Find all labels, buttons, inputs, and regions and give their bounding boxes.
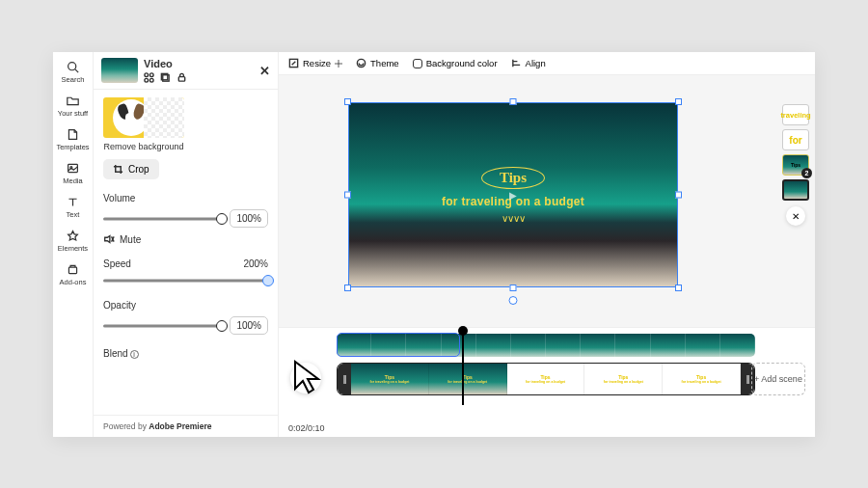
svg-rect-10 [178, 77, 184, 82]
rail-search[interactable]: Search [62, 60, 85, 84]
bgcolor-button[interactable]: Background color [413, 58, 498, 68]
selected-video-frame[interactable]: Tips ▶ for traveling on a budget ∨∨∨∨ [348, 102, 678, 287]
rail-addons[interactable]: Add-ons [60, 262, 87, 286]
main-area: Resize Theme Background color Align Tips… [279, 52, 815, 437]
rail-elements[interactable]: Elements [58, 229, 88, 253]
crop-button[interactable]: Crop [103, 159, 159, 179]
speed-label: Speed [103, 258, 131, 269]
folder-icon [67, 94, 80, 107]
playhead[interactable] [462, 330, 464, 405]
resize-handle-bl[interactable] [344, 285, 351, 291]
scene-thumbnails: traveling for Tips 2 ✕ [782, 104, 809, 226]
resize-icon [288, 58, 299, 68]
theme-button[interactable]: Theme [356, 58, 399, 68]
lock-icon[interactable] [176, 72, 187, 83]
canvas[interactable]: Tips ▶ for traveling on a budget ∨∨∨∨ tr… [279, 75, 815, 327]
crop-label: Crop [128, 164, 149, 175]
panel-header: Video ✕ [94, 52, 278, 89]
properties-panel: Video ✕ Remove background Crop Volume [94, 52, 279, 437]
add-scene-button[interactable]: + Add scene [751, 363, 805, 395]
rail-label: Media [63, 176, 82, 185]
resize-handle-tl[interactable] [344, 98, 351, 105]
rail-label: Templates [56, 143, 89, 151]
remove-bg-label: Remove background [103, 142, 184, 151]
rotate-handle[interactable] [509, 296, 518, 305]
speed-slider[interactable] [103, 275, 268, 286]
volume-slider[interactable] [103, 213, 222, 225]
elements-icon [66, 229, 79, 242]
app-window: Search Your stuff Templates Media Text E… [53, 52, 815, 437]
selection-outline [348, 102, 678, 287]
rail-your-stuff[interactable]: Your stuff [58, 94, 88, 118]
resize-handle-tm[interactable] [510, 98, 517, 105]
speed-value: 200% [243, 258, 268, 269]
rail-text[interactable]: Text [67, 195, 80, 219]
remove-bg-preview [103, 97, 184, 138]
media-icon [67, 161, 80, 175]
mute-toggle[interactable]: Mute [103, 233, 268, 245]
volume-value[interactable]: 100% [230, 209, 268, 228]
timeline: || Tipsfor traveling on a budget Tipsfor… [279, 327, 815, 437]
align-button[interactable]: Align [511, 58, 546, 68]
svg-point-6 [145, 78, 149, 82]
mute-label: Mute [120, 234, 141, 245]
play-icon [300, 372, 312, 384]
rail-label: Add-ons [60, 278, 87, 286]
scene-clip-4[interactable]: Tipsfor traveling on a budget [584, 364, 663, 394]
trim-handle-left[interactable]: || [338, 364, 351, 394]
rail-label: Search [62, 75, 85, 84]
scene-track[interactable]: || Tipsfor traveling on a budget Tipsfor… [337, 363, 755, 395]
play-button[interactable] [290, 363, 321, 393]
search-icon [66, 60, 79, 73]
text-icon [67, 195, 80, 208]
rail-label: Text [67, 210, 80, 219]
mute-icon [103, 233, 115, 245]
info-icon[interactable]: i [130, 350, 139, 359]
svg-point-4 [145, 73, 149, 77]
close-thumbs-button[interactable]: ✕ [786, 206, 805, 226]
remove-background[interactable]: Remove background [103, 97, 268, 151]
sparkle-icon [335, 60, 342, 68]
thumb-3[interactable]: Tips 2 [782, 154, 809, 176]
resize-handle-mr[interactable] [675, 192, 682, 199]
blend-label: Blendi [103, 348, 139, 359]
scene-clip-3[interactable]: Tipsfor traveling on a budget [507, 364, 585, 394]
panel-body: Remove background Crop Volume 100% Mute [94, 89, 278, 415]
theme-icon [356, 58, 366, 68]
resize-handle-tr[interactable] [675, 98, 682, 105]
rail-label: Elements [58, 244, 88, 253]
thumb-4-active[interactable] [782, 179, 809, 201]
close-panel-button[interactable]: ✕ [259, 64, 270, 78]
canvas-toolbar: Resize Theme Background color Align [279, 52, 815, 75]
opacity-value[interactable]: 100% [230, 316, 268, 335]
panel-footer: Powered by Adobe Premiere [94, 415, 278, 437]
scene-clip-2[interactable]: Tipsfor traveling on a budget [429, 364, 507, 394]
rail-label: Your stuff [58, 109, 88, 118]
resize-button[interactable]: Resize [288, 58, 342, 68]
thumb-badge: 2 [801, 168, 812, 178]
duplicate-icon[interactable] [160, 72, 171, 83]
volume-label: Volume [103, 193, 135, 203]
crop-icon [113, 164, 123, 175]
svg-point-0 [68, 62, 76, 69]
video-track-selection[interactable] [337, 333, 460, 357]
svg-rect-3 [68, 267, 76, 274]
thumb-2[interactable]: for [782, 129, 809, 150]
footer-brand: Adobe Premiere [149, 421, 211, 431]
resize-handle-bm[interactable] [510, 285, 517, 291]
rail-media[interactable]: Media [63, 161, 82, 185]
component-icon[interactable] [144, 72, 154, 83]
scene-clip-5[interactable]: Tipsfor traveling on a budget [663, 364, 741, 394]
panel-thumbnail[interactable] [101, 58, 138, 83]
time-display: 0:02/0:10 [288, 423, 325, 433]
svg-point-7 [149, 78, 153, 82]
scene-clip-1[interactable]: Tipsfor traveling on a budget [351, 364, 429, 394]
rail-templates[interactable]: Templates [56, 127, 89, 151]
thumb-1[interactable]: traveling [782, 104, 809, 125]
resize-handle-ml[interactable] [344, 192, 351, 199]
opacity-label: Opacity [103, 300, 136, 311]
opacity-slider[interactable] [103, 320, 222, 332]
panel-title: Video [144, 58, 173, 69]
templates-icon [67, 127, 80, 141]
resize-handle-br[interactable] [675, 285, 682, 291]
